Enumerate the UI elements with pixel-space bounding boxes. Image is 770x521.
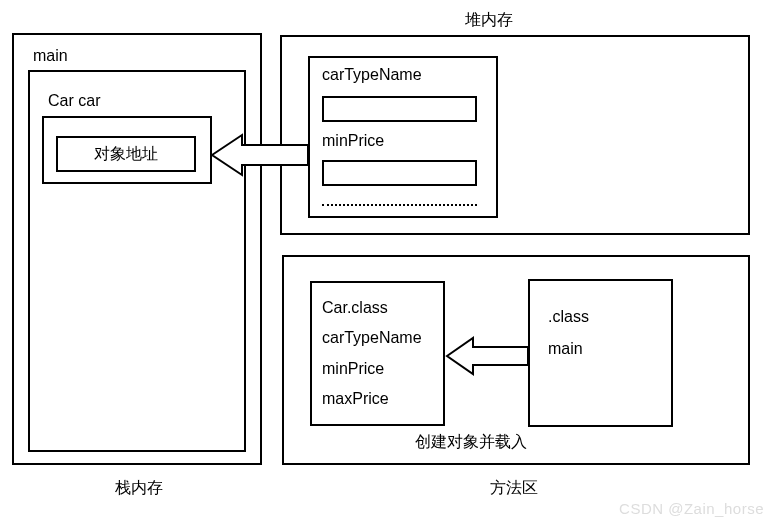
- cartypename-label: carTypeName: [322, 66, 422, 84]
- methodarea-caption: 创建对象并载入: [415, 432, 527, 453]
- watermark: CSDN @Zain_horse: [619, 500, 764, 517]
- main-frame-label: main: [33, 47, 68, 65]
- carclass-l3: minPrice: [322, 354, 433, 384]
- arrow-runtime-to-class: [445, 332, 530, 380]
- svg-marker-1: [447, 338, 528, 374]
- runtime-l1: .class: [548, 301, 653, 333]
- carclass-l2: carTypeName: [322, 323, 433, 353]
- methodarea-title: 方法区: [490, 478, 538, 499]
- carclass-box: Car.class carTypeName minPrice maxPrice: [310, 281, 445, 426]
- stack-title: 栈内存: [115, 478, 163, 499]
- carclass-l4: maxPrice: [322, 384, 433, 414]
- runtime-box: .class main: [528, 279, 673, 427]
- runtime-l2: main: [548, 333, 653, 365]
- dotted-continuation: [322, 204, 477, 206]
- cartypename-field: [322, 96, 477, 122]
- var-label: Car car: [48, 92, 100, 110]
- minprice-field: [322, 160, 477, 186]
- minprice-label: minPrice: [322, 132, 384, 150]
- value-box: 对象地址: [56, 136, 196, 172]
- value-text: 对象地址: [94, 145, 158, 162]
- svg-marker-0: [212, 135, 308, 175]
- heap-title: 堆内存: [465, 10, 513, 31]
- arrow-heap-to-stack: [210, 128, 310, 182]
- carclass-l1: Car.class: [322, 293, 433, 323]
